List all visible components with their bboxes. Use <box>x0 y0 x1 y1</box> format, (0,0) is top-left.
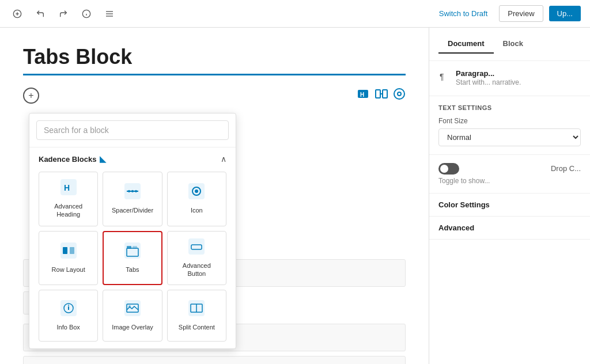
content-section-4: Car... <box>23 356 406 364</box>
main-area: Tabs Block + H <box>0 28 590 364</box>
block-inserter-popup: Kadence Blocks ◣ ∧ H AdvancedHeading <box>29 113 236 349</box>
paragraph-item: ¶ Paragrap... Start with... narrative. <box>438 69 581 88</box>
toolbar-right: Switch to Draft Preview Up... <box>433 5 581 22</box>
row-layout-icon <box>60 242 77 262</box>
search-input[interactable] <box>36 120 229 140</box>
toolbar-left <box>9 6 118 22</box>
svg-rect-32 <box>133 246 137 249</box>
block-item-tabs[interactable]: Tabs <box>103 231 162 286</box>
kadence-logo-icon: ◣ <box>100 154 106 164</box>
block-item-spacer-divider[interactable]: Spacer/Divider <box>103 172 162 226</box>
paragraph-block-section: ¶ Paragrap... Start with... narrative. <box>429 61 590 96</box>
svg-point-41 <box>128 305 131 308</box>
text-settings-title: Text Settings <box>438 104 581 111</box>
settings-block-icon[interactable] <box>393 88 406 103</box>
svg-rect-31 <box>127 246 131 249</box>
drop-cap-section: Drop C... Toggle to show... <box>429 155 590 194</box>
right-sidebar: Document Block ¶ Paragrap... Start with.… <box>429 28 590 364</box>
info-icon[interactable] <box>78 6 94 22</box>
svg-point-25 <box>195 189 198 193</box>
toolbar: Switch to Draft Preview Up... <box>0 0 590 28</box>
block-item-advanced-heading[interactable]: H AdvancedHeading <box>39 172 98 226</box>
inserter-search-area <box>29 113 236 147</box>
sidebar-tabs: Document Block <box>438 35 581 54</box>
tabs-block-label: Tabs <box>126 266 139 274</box>
block-item-icon[interactable]: Icon <box>167 172 226 226</box>
section-title-text: Kadence Blocks <box>39 155 96 164</box>
menu-icon[interactable] <box>101 6 118 22</box>
info-box-icon <box>60 300 77 320</box>
advanced-heading-icon: H <box>60 179 77 199</box>
paragraph-desc: Start with... narrative. <box>456 78 521 88</box>
add-block-row: + H <box>23 87 406 104</box>
svg-rect-11 <box>376 90 380 98</box>
info-box-label: Info Box <box>56 323 80 331</box>
block-item-advanced-button[interactable]: AdvancedButton <box>167 231 226 286</box>
tab-document[interactable]: Document <box>438 35 494 54</box>
drop-cap-label: Drop C... <box>551 164 581 173</box>
paragraph-text-block: Paragrap... Start with... narrative. <box>456 69 521 88</box>
spacer-divider-label: Spacer/Divider <box>112 206 153 214</box>
preview-button[interactable]: Preview <box>499 5 543 22</box>
block-item-image-overlay[interactable]: Image Overlay <box>103 290 162 342</box>
redo-icon[interactable] <box>55 6 71 22</box>
advanced-button-label: AdvancedButton <box>183 261 211 278</box>
svg-point-22 <box>135 190 137 192</box>
update-button[interactable]: Up... <box>549 6 581 21</box>
svg-point-20 <box>128 190 130 192</box>
color-settings-heading[interactable]: Color Settings <box>429 194 590 217</box>
block-toolbar-icons: H <box>356 87 406 104</box>
svg-point-15 <box>398 92 401 96</box>
tab-block[interactable]: Block <box>494 35 532 54</box>
svg-rect-28 <box>70 247 74 254</box>
svg-rect-33 <box>188 238 205 255</box>
drop-cap-toggle[interactable] <box>438 163 459 175</box>
advanced-heading[interactable]: Advanced <box>429 217 590 240</box>
kadence-blocks-section: Kadence Blocks ◣ ∧ H AdvancedHeading <box>29 147 236 348</box>
paragraph-title: Paragrap... <box>456 69 521 78</box>
split-content-icon <box>188 300 205 320</box>
block-item-split-content[interactable]: Split Content <box>167 290 226 342</box>
switch-to-draft-button[interactable]: Switch to Draft <box>433 6 494 21</box>
font-size-label: Font Size <box>438 117 581 125</box>
svg-text:H: H <box>360 92 364 98</box>
font-size-select[interactable]: Normal <box>438 128 581 146</box>
svg-point-38 <box>68 305 69 306</box>
advanced-button-icon <box>188 238 205 258</box>
drop-cap-desc: Toggle to show... <box>438 177 581 185</box>
section-title: Kadence Blocks ◣ <box>39 154 106 164</box>
add-block-toolbar-icon[interactable] <box>9 6 25 22</box>
block-item-row-layout[interactable]: Row Layout <box>39 231 98 286</box>
text-settings-section: Text Settings Font Size Normal <box>429 96 590 155</box>
drop-cap-row: Drop C... <box>438 163 581 175</box>
blocks-grid: H AdvancedHeading Spacer/Divider <box>39 172 226 342</box>
image-overlay-label: Image Overlay <box>112 323 153 331</box>
svg-text:¶: ¶ <box>440 72 444 81</box>
svg-rect-27 <box>63 247 67 254</box>
spacer-divider-icon <box>124 183 141 203</box>
block-item-info-box[interactable]: Info Box <box>39 290 98 342</box>
add-block-button[interactable]: + <box>23 88 39 104</box>
svg-point-14 <box>394 89 404 99</box>
collapse-button[interactable]: ∧ <box>221 154 226 164</box>
row-layout-label: Row Layout <box>52 266 85 274</box>
icon-block-label: Icon <box>191 206 203 214</box>
image-overlay-icon <box>124 300 141 320</box>
page-title: Tabs Block <box>23 45 406 69</box>
paragraph-icon: ¶ <box>438 70 450 85</box>
svg-rect-12 <box>383 90 387 98</box>
svg-text:H: H <box>64 183 70 192</box>
section-header: Kadence Blocks ◣ ∧ <box>39 154 226 164</box>
split-content-label: Split Content <box>179 323 215 331</box>
title-underline <box>23 74 406 75</box>
tabs-block-icon <box>124 242 141 262</box>
sidebar-header: Document Block <box>429 28 590 61</box>
editor-area: Tabs Block + H <box>0 28 429 364</box>
icon-block-icon <box>188 183 205 203</box>
advanced-heading-label: AdvancedHeading <box>54 202 82 219</box>
undo-icon[interactable] <box>32 6 48 22</box>
svg-point-21 <box>131 190 134 192</box>
heading-block-icon[interactable]: H <box>356 87 370 104</box>
grid-block-icon[interactable] <box>375 89 388 102</box>
